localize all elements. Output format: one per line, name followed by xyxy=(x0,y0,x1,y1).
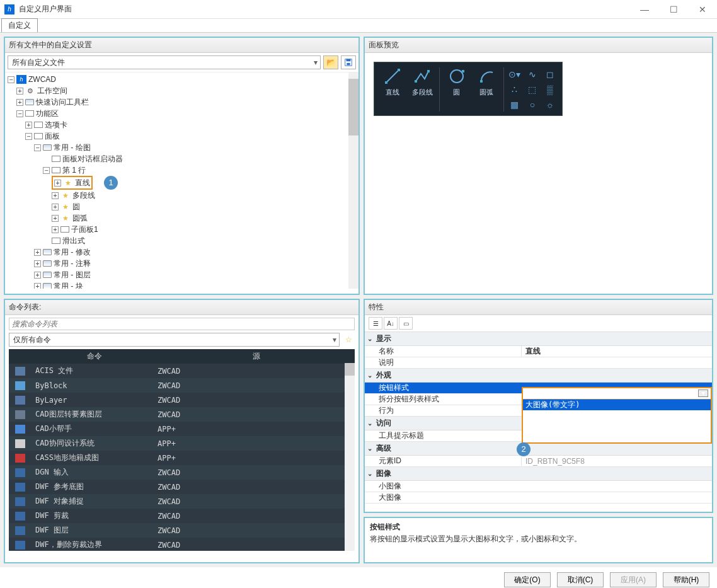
command-search-input[interactable] xyxy=(9,318,355,330)
favorite-button[interactable]: ☆ xyxy=(342,333,355,347)
save-icon xyxy=(344,58,353,67)
svg-rect-10 xyxy=(480,80,483,83)
file-filter-combo[interactable]: 所有自定义文件 xyxy=(8,55,321,69)
prop-row-button-style[interactable]: 按钮样式 大图像(带文字) 大图像(带文字)大图像(不带文字)小按钮(带文字)小… xyxy=(365,383,712,394)
prop-row-large-image[interactable]: 大图像 xyxy=(365,492,712,504)
tree-function-area[interactable]: 功能区 xyxy=(36,108,59,119)
ok-button[interactable]: 确定(O) xyxy=(504,572,551,587)
titlebar: h 自定义用户界面 — ☐ ✕ xyxy=(0,0,717,19)
tab-customize[interactable]: 自定义 xyxy=(1,18,38,32)
tree-option-tab[interactable]: 选项卡 xyxy=(45,119,67,130)
minimize-button[interactable]: — xyxy=(630,0,659,19)
open-file-button[interactable]: 📂 xyxy=(323,55,338,69)
tree-line[interactable]: 直线 xyxy=(75,177,90,188)
col-cmd[interactable]: 命令 xyxy=(32,349,158,364)
command-row[interactable]: DWF，删除剪裁边界ZWCAD xyxy=(9,538,355,551)
dropdown-option[interactable]: 小按钮(不带文字) xyxy=(523,432,711,442)
prop-sort-button[interactable]: A↓ xyxy=(384,317,398,330)
tree-arc[interactable]: 圆弧 xyxy=(72,212,88,224)
tree-slideout[interactable]: 滑出式 xyxy=(62,235,85,246)
star-icon: ★ xyxy=(60,191,71,200)
dropdown-option[interactable]: 大图像(不带文字) xyxy=(523,410,711,421)
app-icon: h xyxy=(4,4,14,14)
ribbon-arc[interactable]: 圆弧 xyxy=(472,67,501,112)
ribbon-small-icon[interactable]: ☼ xyxy=(542,98,558,112)
command-filter-combo[interactable]: 仅所有命令 xyxy=(9,333,340,347)
prop-row-name[interactable]: 名称 直线 xyxy=(365,346,712,357)
prop-row-small-image[interactable]: 小图像 xyxy=(365,481,712,492)
command-row[interactable]: CAD图层转要素图层ZWCAD xyxy=(9,407,355,422)
subpanel-icon xyxy=(60,226,69,233)
ribbon-small-icon[interactable]: ∿ xyxy=(524,67,541,81)
ribbon-circle[interactable]: 圆 xyxy=(442,67,471,112)
command-row[interactable]: DWF 剪裁ZWCAD xyxy=(9,509,355,523)
command-row[interactable]: ByBlockZWCAD xyxy=(9,378,355,393)
gear-icon: ⚙ xyxy=(25,86,35,95)
ribbon-small-icon[interactable]: ▒ xyxy=(542,83,558,96)
command-row[interactable]: ACIS 文件ZWCAD xyxy=(9,364,355,378)
dropdown-option[interactable]: 小按钮(带文字) xyxy=(523,421,711,432)
maximize-button[interactable]: ☐ xyxy=(659,0,688,19)
command-row[interactable]: DWF 对象捕捉ZWCAD xyxy=(9,494,355,509)
tree-common-layer[interactable]: 常用 - 图层 xyxy=(54,269,91,280)
command-row[interactable]: ByLayerZWCAD xyxy=(9,393,355,407)
tree-dialog-launcher[interactable]: 面板对话框启动器 xyxy=(62,153,123,164)
row-icon xyxy=(52,167,60,173)
tree-subpanel1[interactable]: 子面板1 xyxy=(71,224,98,235)
command-row[interactable]: DGN 输入ZWCAD xyxy=(9,465,355,480)
panel-item-icon xyxy=(43,249,52,255)
prop-pages-button[interactable]: ▭ xyxy=(399,317,413,330)
tree-root[interactable]: ZWCAD xyxy=(28,74,56,85)
svg-rect-1 xyxy=(347,59,351,62)
prop-categorize-button[interactable]: ☰ xyxy=(369,317,382,330)
command-scrollbar[interactable] xyxy=(345,363,355,551)
callout-2: 2 xyxy=(517,442,531,456)
tree-workspace[interactable]: 工作空间 xyxy=(37,85,67,96)
tree-common-modify[interactable]: 常用 - 修改 xyxy=(54,246,91,258)
customize-tree[interactable]: −hZWCAD +⚙工作空间 +快速访问工具栏 −功能区 +选项卡 −面板 −常… xyxy=(5,72,358,289)
tree-panel[interactable]: 面板 xyxy=(45,130,60,142)
properties-panel: 特性 ☰ A↓ ▭ ⌄显示 名称 直线 说明 ⌄外观 按钮样式 xyxy=(364,299,713,513)
ribbon-small-icon[interactable]: ⊙▾ xyxy=(507,67,523,81)
window-title: 自定义用户界面 xyxy=(19,4,630,14)
ribbon-small-icon[interactable]: ○ xyxy=(524,98,541,112)
help-button[interactable]: 帮助(H) xyxy=(663,572,709,587)
tree-qat[interactable]: 快速访问工具栏 xyxy=(36,96,89,108)
cancel-button[interactable]: 取消(C) xyxy=(557,572,604,587)
tree-common-annotate[interactable]: 常用 - 注释 xyxy=(54,258,91,269)
command-row[interactable]: CASS地形地籍成图APP+ xyxy=(9,451,355,465)
dropdown-option[interactable]: 大图像(带文字) xyxy=(523,400,711,410)
property-grid: ⌄显示 名称 直线 说明 ⌄外观 按钮样式 大图像(带文字) 大图像(带文字)大… xyxy=(365,332,712,504)
tree-common-block[interactable]: 常用 - 块 xyxy=(54,280,83,289)
folder-open-icon: 📂 xyxy=(326,58,336,67)
command-row[interactable]: DWF 参考底图ZWCAD xyxy=(9,480,355,494)
toolbar-icon xyxy=(25,99,34,105)
tree-row1[interactable]: 第 1 行 xyxy=(62,164,86,176)
close-button[interactable]: ✕ xyxy=(688,0,717,19)
ribbon-small-icon[interactable]: ⬚ xyxy=(524,83,541,96)
prop-row-desc[interactable]: 说明 xyxy=(365,357,712,369)
command-row[interactable]: CAD小帮手APP+ xyxy=(9,422,355,436)
help-text: 将按钮的显示模式设置为显示大图标和文字，或小图标和文字。 xyxy=(370,534,707,545)
panel-item-icon xyxy=(43,260,52,267)
button-style-dropdown[interactable]: 大图像(带文字) 大图像(带文字)大图像(不带文字)小按钮(带文字)小按钮(不带… xyxy=(522,387,712,444)
tree-common-draw[interactable]: 常用 - 绘图 xyxy=(54,142,91,153)
help-title: 按钮样式 xyxy=(370,522,707,533)
ribbon-line[interactable]: 直线 xyxy=(378,67,407,112)
ribbon-small-icon[interactable]: ◻ xyxy=(542,67,558,81)
apply-button[interactable]: 应用(A) xyxy=(610,572,657,587)
svg-rect-2 xyxy=(347,63,350,66)
tree-circle[interactable]: 圆 xyxy=(72,201,80,212)
help-panel: 按钮样式 将按钮的显示模式设置为显示大图标和文字，或小图标和文字。 xyxy=(364,517,713,563)
svg-point-8 xyxy=(450,70,463,83)
ribbon-polyline[interactable]: 多段线 xyxy=(408,67,437,112)
tree-polyline[interactable]: 多段线 xyxy=(72,190,95,201)
ribbon-small-icon[interactable]: ∴ xyxy=(507,83,523,96)
command-row[interactable]: CAD协同设计系统APP+ xyxy=(9,436,355,451)
save-file-button[interactable] xyxy=(341,55,356,69)
prop-row-element-id[interactable]: 元素ID ID_RBTN_9C5F8 xyxy=(365,456,712,467)
col-src[interactable]: 源 xyxy=(158,349,355,364)
ribbon-small-icon[interactable]: ▦ xyxy=(507,98,523,112)
command-row[interactable]: DWF 图层ZWCAD xyxy=(9,523,355,538)
tree-scrollbar[interactable] xyxy=(348,72,358,289)
